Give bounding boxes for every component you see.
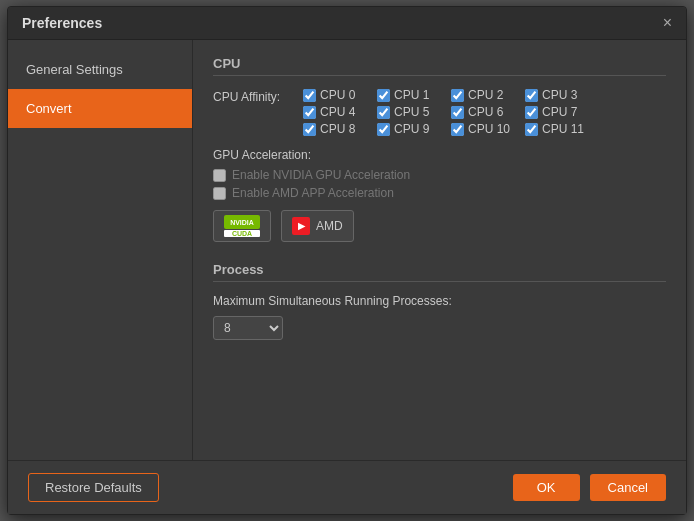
cpu0-check[interactable]: CPU 0 [303,88,371,102]
nvidia-option-label: Enable NVIDIA GPU Acceleration [232,168,410,182]
cancel-button[interactable]: Cancel [590,474,666,501]
process-select[interactable]: 1 2 3 4 5 6 7 8 12 16 [213,316,283,340]
cpu8-check[interactable]: CPU 8 [303,122,371,136]
sidebar: General Settings Convert [8,40,193,460]
cpu4-check[interactable]: CPU 4 [303,105,371,119]
amd-logo: ▶ [292,217,310,235]
cpu-affinity-cols: CPU 0 CPU 1 CPU 2 CPU 3 [303,88,593,136]
sidebar-item-convert[interactable]: Convert [8,89,192,128]
cpu11-check[interactable]: CPU 11 [525,122,593,136]
amd-option-label: Enable AMD APP Acceleration [232,186,394,200]
cpu-row-2: CPU 4 CPU 5 CPU 6 CPU 7 [303,105,593,119]
cuda-label: CUDA [224,230,260,237]
nvidia-checkbox[interactable] [213,169,226,182]
cpu5-check[interactable]: CPU 5 [377,105,445,119]
footer-right-buttons: OK Cancel [513,474,666,501]
amd-btn-label: AMD [316,219,343,233]
close-button[interactable]: × [663,15,672,31]
main-content: CPU CPU Affinity: CPU 0 CPU 1 [193,40,686,460]
gpu-section: GPU Acceleration: Enable NVIDIA GPU Acce… [213,148,666,242]
cpu7-check[interactable]: CPU 7 [525,105,593,119]
cpu-affinity-label: CPU Affinity: [213,88,303,104]
cpu-section-header: CPU [213,56,666,76]
nvidia-button[interactable]: NVIDIA CUDA NVIDIACUDA [213,210,271,242]
cpu10-check[interactable]: CPU 10 [451,122,519,136]
cpu11-checkbox[interactable] [525,123,538,136]
amd-checkbox[interactable] [213,187,226,200]
amd-button[interactable]: ▶ AMD [281,210,354,242]
cpu1-check[interactable]: CPU 1 [377,88,445,102]
restore-defaults-button[interactable]: Restore Defaults [28,473,159,502]
cpu9-check[interactable]: CPU 9 [377,122,445,136]
cpu10-checkbox[interactable] [451,123,464,136]
cpu1-checkbox[interactable] [377,89,390,102]
amd-option: Enable AMD APP Acceleration [213,186,666,200]
cpu3-checkbox[interactable] [525,89,538,102]
cpu-affinity-row: CPU Affinity: CPU 0 CPU 1 [213,88,666,136]
nvidia-option: Enable NVIDIA GPU Acceleration [213,168,666,182]
gpu-buttons: NVIDIA CUDA NVIDIACUDA ▶ AMD [213,210,666,242]
cpu0-checkbox[interactable] [303,89,316,102]
process-label: Maximum Simultaneous Running Processes: [213,294,666,308]
cpu8-checkbox[interactable] [303,123,316,136]
gpu-section-label: GPU Acceleration: [213,148,666,162]
sidebar-item-general-settings[interactable]: General Settings [8,50,192,89]
cpu2-checkbox[interactable] [451,89,464,102]
cpu4-checkbox[interactable] [303,106,316,119]
nvidia-logo: NVIDIA [224,215,260,229]
process-select-wrap: 1 2 3 4 5 6 7 8 12 16 [213,316,666,340]
cpu7-checkbox[interactable] [525,106,538,119]
process-section: Process Maximum Simultaneous Running Pro… [213,262,666,340]
cpu9-checkbox[interactable] [377,123,390,136]
cpu-row-1: CPU 0 CPU 1 CPU 2 CPU 3 [303,88,593,102]
cpu3-check[interactable]: CPU 3 [525,88,593,102]
process-section-header: Process [213,262,666,282]
cpu2-check[interactable]: CPU 2 [451,88,519,102]
title-bar: Preferences × [8,7,686,40]
dialog-footer: Restore Defaults OK Cancel [8,460,686,514]
preferences-dialog: Preferences × General Settings Convert C… [7,6,687,515]
dialog-title: Preferences [22,15,102,31]
ok-button[interactable]: OK [513,474,580,501]
cpu-row-3: CPU 8 CPU 9 CPU 10 CPU 11 [303,122,593,136]
dialog-body: General Settings Convert CPU CPU Affinit… [8,40,686,460]
cpu5-checkbox[interactable] [377,106,390,119]
cpu6-checkbox[interactable] [451,106,464,119]
cpu6-check[interactable]: CPU 6 [451,105,519,119]
